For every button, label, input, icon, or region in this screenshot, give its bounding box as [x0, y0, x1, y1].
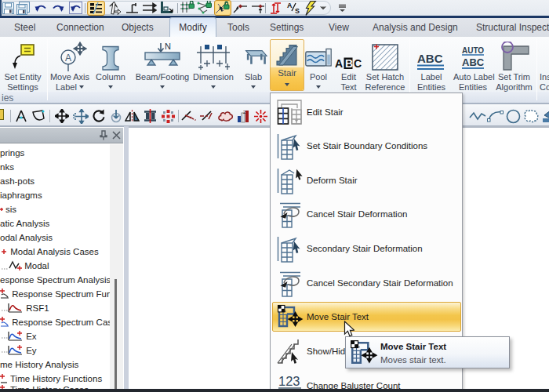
svg-text:A: A — [287, 2, 293, 9]
svg-text:A: A — [335, 57, 343, 70]
svg-text:S: S — [295, 7, 300, 15]
svg-text:B: B — [345, 57, 353, 70]
svg-text:ABC: ABC — [417, 52, 443, 65]
svg-text:123: 123 — [278, 374, 300, 388]
svg-text:A: A — [65, 53, 71, 64]
svg-text:N: N — [165, 42, 171, 51]
svg-text:ABC: ABC — [462, 56, 485, 68]
svg-text:C: C — [354, 57, 362, 70]
svg-text:AUTO: AUTO — [462, 46, 484, 55]
